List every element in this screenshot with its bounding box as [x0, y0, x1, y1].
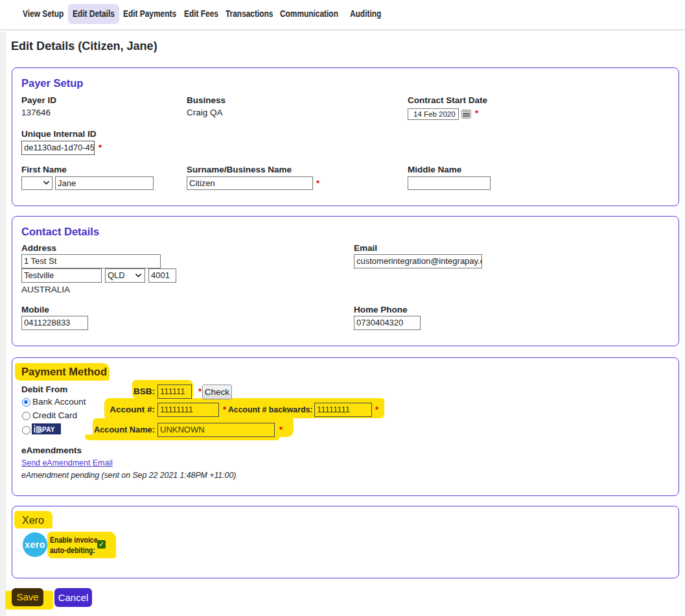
- svg-text:B: B: [36, 425, 42, 434]
- svg-text:PAY: PAY: [42, 426, 55, 433]
